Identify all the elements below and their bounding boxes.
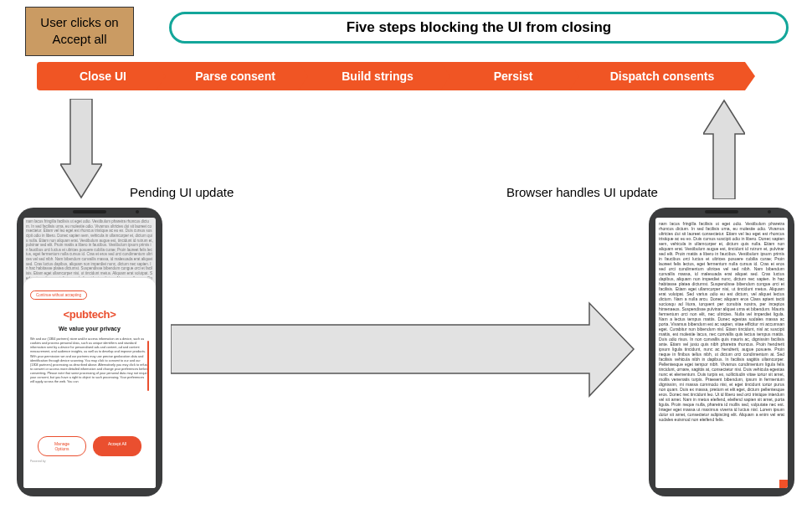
consent-buttons: Manage Options Accept All xyxy=(30,436,149,456)
svg-marker-0 xyxy=(60,99,102,198)
phone-notch xyxy=(73,210,106,213)
step-parse-consent: Parse consent xyxy=(166,62,305,90)
arrow-down-to-phone xyxy=(60,99,102,199)
svg-marker-2 xyxy=(171,303,634,396)
manage-options-button[interactable]: Manage Options xyxy=(38,436,86,456)
accent-square xyxy=(779,480,788,488)
consent-heading: We value your privacy xyxy=(30,326,149,332)
arrow-up-to-steps xyxy=(703,99,745,199)
user-clicks-callout: User clicks on Accept all xyxy=(25,7,134,56)
phone-camera-dot xyxy=(768,210,771,213)
arrow-right-long-task xyxy=(171,301,635,398)
phone-camera-dot xyxy=(136,210,139,213)
step-persist: Persist xyxy=(450,62,576,90)
phone-after-close: nam lacus fringilla facilisis ut eget od… xyxy=(649,208,794,496)
accept-all-button[interactable]: Accept All xyxy=(93,436,141,456)
consent-body-text: We and our (1304 partners) store and/or … xyxy=(30,337,149,431)
callout-line: Accept all xyxy=(36,31,123,48)
page-content: nam lacus fringilla facilisis ut eget od… xyxy=(655,218,788,488)
phone-notch xyxy=(705,210,738,213)
title-text: Five steps blocking the UI from closing xyxy=(347,19,611,35)
browser-handles-label: Browser handles UI update xyxy=(506,185,658,199)
powered-by: Powered by xyxy=(30,460,149,463)
consent-body-paragraph: We and our (1304 partners) store and/or … xyxy=(30,337,149,384)
callout-line: User clicks on xyxy=(36,14,123,31)
phone-consent-ui: nam lacus fringilla facilisis ut eget od… xyxy=(17,208,162,496)
svg-marker-1 xyxy=(703,100,745,199)
step-label: Dispatch consents xyxy=(610,69,714,83)
consent-modal: Continue without accepting <pubtech> We … xyxy=(23,277,156,488)
step-dispatch-consents: Dispatch consents xyxy=(579,62,745,90)
steps-row: Close UI Parse consent Build strings Per… xyxy=(37,62,789,90)
step-label: Parse consent xyxy=(195,69,275,83)
phone-screen: nam lacus fringilla facilisis ut eget od… xyxy=(655,218,788,488)
pubtech-logo: <pubtech> xyxy=(30,308,149,321)
step-build-strings: Build strings xyxy=(308,62,447,90)
continue-without-link[interactable]: Continue without accepting xyxy=(30,290,87,300)
step-label: Persist xyxy=(494,69,533,83)
title-pill: Five steps blocking the UI from closing xyxy=(169,12,789,44)
phone-screen: nam lacus fringilla facilisis ut eget od… xyxy=(23,218,156,488)
step-close-ui: Close UI xyxy=(37,62,162,90)
step-label: Build strings xyxy=(342,69,414,83)
step-label: Close UI xyxy=(80,69,126,83)
pending-label: Pending UI update xyxy=(130,185,234,199)
